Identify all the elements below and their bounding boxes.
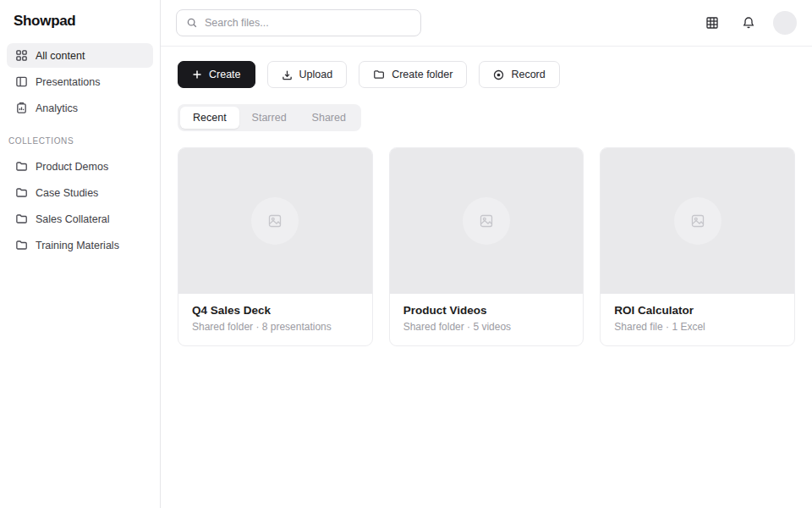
sidebar-item-label: All content xyxy=(36,50,85,62)
tab-recent[interactable]: Recent xyxy=(180,107,239,129)
record-button-label: Record xyxy=(511,69,545,80)
folder-icon xyxy=(15,239,28,251)
folder-icon xyxy=(15,213,28,225)
collections-section-label: COLLECTIONS xyxy=(0,122,160,152)
app-logo: Showpad xyxy=(0,0,160,41)
collection-item-label: Case Studies xyxy=(36,187,98,199)
card-roi-calculator[interactable]: ROI Calculator Shared file · 1 Excel xyxy=(600,147,795,346)
card-thumbnail xyxy=(601,148,794,294)
collection-item-sales-collateral[interactable]: Sales Collateral xyxy=(7,207,153,231)
record-button[interactable]: Record xyxy=(479,61,559,88)
sidebar-nav: All content Presentations xyxy=(0,41,160,120)
search-box[interactable] xyxy=(176,9,421,36)
card-title: Q4 Sales Deck xyxy=(192,304,359,317)
collection-item-label: Sales Collateral xyxy=(36,213,110,225)
image-icon xyxy=(479,213,494,229)
card-title: ROI Calculator xyxy=(614,304,781,317)
cards-grid: Q4 Sales Deck Shared folder · 8 presenta… xyxy=(178,147,795,346)
topbar xyxy=(161,0,812,47)
panel-icon xyxy=(15,75,28,88)
upload-icon xyxy=(282,69,293,80)
thumbnail-placeholder-circle xyxy=(674,197,721,245)
topbar-right xyxy=(700,10,797,36)
folder-icon xyxy=(15,160,28,173)
collection-item-training-materials[interactable]: Training Materials xyxy=(7,233,153,257)
card-thumbnail xyxy=(178,148,372,294)
clipboard-chart-icon xyxy=(15,102,28,114)
card-body: ROI Calculator Shared file · 1 Excel xyxy=(601,294,794,345)
card-body: Product Videos Shared folder · 5 videos xyxy=(390,294,584,345)
collection-item-product-demos[interactable]: Product Demos xyxy=(7,154,153,179)
search-input[interactable] xyxy=(205,17,411,29)
sidebar-item-label: Analytics xyxy=(36,102,78,114)
apps-grid-icon[interactable] xyxy=(700,10,725,36)
tab-shared[interactable]: Shared xyxy=(299,107,359,129)
avatar[interactable] xyxy=(773,11,797,35)
thumbnail-placeholder-circle xyxy=(251,197,299,245)
create-button[interactable]: Create xyxy=(178,61,255,88)
sidebar-item-all-content[interactable]: All content xyxy=(7,43,153,68)
upload-button[interactable]: Upload xyxy=(267,61,348,88)
collections-list: Product Demos Case Studies Sales Collate… xyxy=(0,152,160,257)
card-subtitle: Shared folder · 5 videos xyxy=(403,321,570,333)
main-area: Create Upload Create f xyxy=(161,0,812,508)
create-button-label: Create xyxy=(209,69,241,80)
record-icon xyxy=(493,69,504,80)
card-body: Q4 Sales Deck Shared folder · 8 presenta… xyxy=(178,294,372,345)
bell-icon[interactable] xyxy=(736,10,761,36)
collection-item-case-studies[interactable]: Case Studies xyxy=(7,180,153,205)
grid-icon xyxy=(15,49,28,62)
card-thumbnail xyxy=(390,148,584,294)
collection-item-label: Product Demos xyxy=(36,161,108,173)
plus-icon xyxy=(192,69,202,80)
actions-row: Create Upload Create f xyxy=(178,61,795,88)
sidebar-item-label: Presentations xyxy=(36,76,100,88)
image-icon xyxy=(267,213,283,229)
card-product-videos[interactable]: Product Videos Shared folder · 5 videos xyxy=(389,147,584,346)
sidebar-item-presentations[interactable]: Presentations xyxy=(7,69,153,94)
folder-icon xyxy=(15,186,28,199)
search-icon xyxy=(186,17,198,29)
card-q4-sales-deck[interactable]: Q4 Sales Deck Shared folder · 8 presenta… xyxy=(178,147,373,346)
sidebar: Showpad All content Presentations xyxy=(0,0,161,508)
create-folder-button[interactable]: Create folder xyxy=(359,61,467,88)
tabs-segmented-control: Recent Starred Shared xyxy=(178,104,361,131)
upload-button-label: Upload xyxy=(299,69,333,80)
collection-item-label: Training Materials xyxy=(36,240,119,251)
card-subtitle: Shared folder · 8 presentations xyxy=(192,321,359,333)
image-icon xyxy=(690,213,705,229)
create-folder-button-label: Create folder xyxy=(392,69,453,80)
sidebar-item-analytics[interactable]: Analytics xyxy=(7,96,153,120)
tab-starred[interactable]: Starred xyxy=(239,107,299,129)
card-title: Product Videos xyxy=(403,304,570,317)
card-subtitle: Shared file · 1 Excel xyxy=(614,321,781,333)
folder-icon xyxy=(373,69,385,80)
content-area: Create Upload Create f xyxy=(161,47,812,361)
thumbnail-placeholder-circle xyxy=(463,197,510,245)
